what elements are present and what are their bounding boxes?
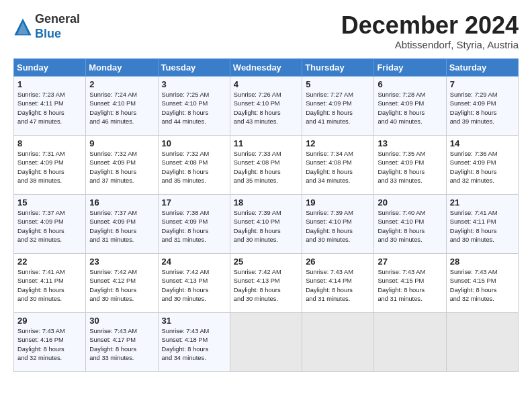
col-sunday: Sunday: [14, 58, 86, 76]
day-number: 22: [17, 257, 82, 267]
day-info: Sunrise: 7:31 AMSunset: 4:09 PMDaylight:…: [17, 150, 82, 186]
day-info: Sunrise: 7:33 AMSunset: 4:08 PMDaylight:…: [234, 150, 298, 186]
day-number: 17: [162, 197, 226, 208]
header: General Blue December 2024 Abtissendorf,…: [13, 12, 519, 50]
col-monday: Monday: [86, 58, 158, 76]
day-number: 27: [378, 257, 442, 267]
day-info: Sunrise: 7:43 AMSunset: 4:16 PMDaylight:…: [17, 327, 82, 363]
day-info: Sunrise: 7:26 AMSunset: 4:10 PMDaylight:…: [234, 91, 298, 127]
table-row: 10Sunrise: 7:32 AMSunset: 4:08 PMDayligh…: [158, 135, 230, 194]
day-number: 19: [306, 197, 370, 208]
calendar-row: 8Sunrise: 7:31 AMSunset: 4:09 PMDaylight…: [14, 135, 519, 194]
page: General Blue December 2024 Abtissendorf,…: [0, 0, 532, 379]
day-number: 31: [162, 316, 226, 326]
day-number: 6: [378, 79, 442, 89]
table-row: 11Sunrise: 7:33 AMSunset: 4:08 PMDayligh…: [230, 135, 302, 194]
day-number: 1: [17, 79, 82, 89]
col-saturday: Saturday: [446, 58, 518, 76]
table-row: [230, 312, 302, 371]
location-subtitle: Abtissendorf, Styria, Austria: [341, 39, 519, 50]
day-number: 28: [450, 257, 515, 267]
table-row: 1Sunrise: 7:23 AMSunset: 4:11 PMDaylight…: [14, 76, 86, 135]
table-row: 14Sunrise: 7:36 AMSunset: 4:09 PMDayligh…: [446, 135, 518, 194]
day-number: 26: [306, 257, 370, 267]
day-number: 18: [234, 197, 298, 208]
table-row: 31Sunrise: 7:43 AMSunset: 4:18 PMDayligh…: [158, 312, 230, 371]
table-row: 15Sunrise: 7:37 AMSunset: 4:09 PMDayligh…: [14, 194, 86, 253]
day-number: 15: [17, 197, 82, 208]
table-row: [302, 312, 374, 371]
logo-general: General: [35, 12, 80, 26]
day-info: Sunrise: 7:43 AMSunset: 4:18 PMDaylight:…: [162, 327, 226, 363]
col-wednesday: Wednesday: [230, 58, 302, 76]
logo-text: General Blue: [35, 12, 80, 41]
day-info: Sunrise: 7:38 AMSunset: 4:09 PMDaylight:…: [162, 209, 226, 245]
table-row: 24Sunrise: 7:42 AMSunset: 4:13 PMDayligh…: [158, 253, 230, 312]
day-info: Sunrise: 7:25 AMSunset: 4:10 PMDaylight:…: [162, 91, 226, 127]
day-info: Sunrise: 7:28 AMSunset: 4:09 PMDaylight:…: [378, 91, 442, 127]
day-number: 21: [450, 197, 515, 208]
table-row: 21Sunrise: 7:41 AMSunset: 4:11 PMDayligh…: [446, 194, 518, 253]
day-info: Sunrise: 7:39 AMSunset: 4:10 PMDaylight:…: [306, 209, 370, 245]
day-number: 30: [89, 316, 154, 326]
table-row: 26Sunrise: 7:43 AMSunset: 4:14 PMDayligh…: [302, 253, 374, 312]
day-number: 16: [89, 197, 154, 208]
day-info: Sunrise: 7:32 AMSunset: 4:09 PMDaylight:…: [89, 150, 154, 186]
table-row: 4Sunrise: 7:26 AMSunset: 4:10 PMDaylight…: [230, 76, 302, 135]
table-row: 9Sunrise: 7:32 AMSunset: 4:09 PMDaylight…: [86, 135, 158, 194]
day-info: Sunrise: 7:43 AMSunset: 4:14 PMDaylight:…: [306, 268, 370, 304]
calendar-row: 29Sunrise: 7:43 AMSunset: 4:16 PMDayligh…: [14, 312, 519, 371]
table-row: 7Sunrise: 7:29 AMSunset: 4:09 PMDaylight…: [446, 76, 518, 135]
calendar-row: 22Sunrise: 7:41 AMSunset: 4:11 PMDayligh…: [14, 253, 519, 312]
day-info: Sunrise: 7:42 AMSunset: 4:12 PMDaylight:…: [89, 268, 154, 304]
calendar-table: Sunday Monday Tuesday Wednesday Thursday…: [13, 58, 519, 372]
day-info: Sunrise: 7:36 AMSunset: 4:09 PMDaylight:…: [450, 150, 515, 186]
header-row: Sunday Monday Tuesday Wednesday Thursday…: [14, 58, 519, 76]
day-number: 13: [378, 138, 442, 148]
col-tuesday: Tuesday: [158, 58, 230, 76]
day-number: 29: [17, 316, 82, 326]
table-row: 16Sunrise: 7:37 AMSunset: 4:09 PMDayligh…: [86, 194, 158, 253]
calendar-row: 15Sunrise: 7:37 AMSunset: 4:09 PMDayligh…: [14, 194, 519, 253]
day-info: Sunrise: 7:43 AMSunset: 4:15 PMDaylight:…: [450, 268, 515, 304]
day-number: 5: [306, 79, 370, 89]
table-row: 25Sunrise: 7:42 AMSunset: 4:13 PMDayligh…: [230, 253, 302, 312]
day-number: 24: [162, 257, 226, 267]
day-number: 14: [450, 138, 515, 148]
table-row: 3Sunrise: 7:25 AMSunset: 4:10 PMDaylight…: [158, 76, 230, 135]
table-row: 13Sunrise: 7:35 AMSunset: 4:09 PMDayligh…: [374, 135, 446, 194]
table-row: 19Sunrise: 7:39 AMSunset: 4:10 PMDayligh…: [302, 194, 374, 253]
table-row: 20Sunrise: 7:40 AMSunset: 4:10 PMDayligh…: [374, 194, 446, 253]
day-number: 10: [162, 138, 226, 148]
day-info: Sunrise: 7:42 AMSunset: 4:13 PMDaylight:…: [162, 268, 226, 304]
day-info: Sunrise: 7:39 AMSunset: 4:10 PMDaylight:…: [234, 209, 298, 245]
day-info: Sunrise: 7:27 AMSunset: 4:09 PMDaylight:…: [306, 91, 370, 127]
table-row: 6Sunrise: 7:28 AMSunset: 4:09 PMDaylight…: [374, 76, 446, 135]
day-info: Sunrise: 7:40 AMSunset: 4:10 PMDaylight:…: [378, 209, 442, 245]
table-row: 5Sunrise: 7:27 AMSunset: 4:09 PMDaylight…: [302, 76, 374, 135]
logo: General Blue: [13, 12, 80, 41]
day-info: Sunrise: 7:34 AMSunset: 4:08 PMDaylight:…: [306, 150, 370, 186]
day-number: 9: [89, 138, 154, 148]
day-info: Sunrise: 7:29 AMSunset: 4:09 PMDaylight:…: [450, 91, 515, 127]
table-row: 23Sunrise: 7:42 AMSunset: 4:12 PMDayligh…: [86, 253, 158, 312]
title-block: December 2024 Abtissendorf, Styria, Aust…: [341, 12, 519, 50]
day-info: Sunrise: 7:42 AMSunset: 4:13 PMDaylight:…: [234, 268, 298, 304]
col-thursday: Thursday: [302, 58, 374, 76]
day-info: Sunrise: 7:24 AMSunset: 4:10 PMDaylight:…: [89, 91, 154, 127]
table-row: [374, 312, 446, 371]
day-info: Sunrise: 7:43 AMSunset: 4:15 PMDaylight:…: [378, 268, 442, 304]
day-number: 7: [450, 79, 515, 89]
table-row: 28Sunrise: 7:43 AMSunset: 4:15 PMDayligh…: [446, 253, 518, 312]
table-row: 22Sunrise: 7:41 AMSunset: 4:11 PMDayligh…: [14, 253, 86, 312]
logo-blue: Blue: [35, 27, 61, 40]
day-info: Sunrise: 7:37 AMSunset: 4:09 PMDaylight:…: [89, 209, 154, 245]
month-title: December 2024: [341, 12, 519, 39]
table-row: 17Sunrise: 7:38 AMSunset: 4:09 PMDayligh…: [158, 194, 230, 253]
table-row: [446, 312, 518, 371]
day-info: Sunrise: 7:37 AMSunset: 4:09 PMDaylight:…: [17, 209, 82, 245]
day-number: 8: [17, 138, 82, 148]
day-number: 20: [378, 197, 442, 208]
day-number: 11: [234, 138, 298, 148]
table-row: 27Sunrise: 7:43 AMSunset: 4:15 PMDayligh…: [374, 253, 446, 312]
